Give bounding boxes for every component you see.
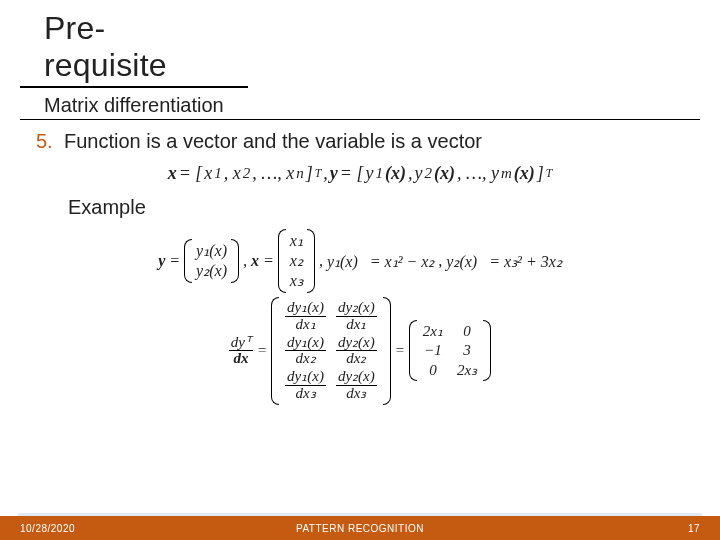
slide-title: Pre-requisite	[20, 0, 248, 88]
footer-course: PATTERN RECOGNITION	[296, 523, 424, 534]
footer-page-number: 17	[688, 523, 700, 534]
jacobian-result: 2x₁0 −13 02x₃	[409, 320, 491, 381]
slide-footer: 10/28/2020 PATTERN RECOGNITION 17	[0, 516, 720, 540]
list-number: 5.	[36, 130, 64, 153]
jacobian-lhs: dyᵀ dx	[229, 335, 253, 368]
y-symbol: y	[330, 163, 338, 184]
list-text: Function is a vector and the variable is…	[64, 130, 482, 153]
list-item-5: 5. Function is a vector and the variable…	[0, 120, 720, 157]
jacobian-equation: dyᵀ dx = dy₁(x)dx₁ dy₂(x)dx₁ dy₁(x)dx₂ d…	[0, 297, 720, 405]
footer-date: 10/28/2020	[20, 523, 75, 534]
jacobian-symbolic: dy₁(x)dx₁ dy₂(x)dx₁ dy₁(x)dx₂ dy₂(x)dx₂ …	[271, 297, 391, 405]
vector-definitions: x = [ x1 , x2 , …, xn ]T , y = [ y1(x) ,…	[0, 157, 720, 188]
x-symbol: x	[168, 163, 177, 184]
slide-subtitle: Matrix differentiation	[20, 94, 700, 120]
example-label: Example	[0, 188, 720, 225]
example-definitions: y = y₁(x) y₂(x) , x = x₁ x₂ x₃ , y₁(x) =…	[0, 229, 720, 293]
